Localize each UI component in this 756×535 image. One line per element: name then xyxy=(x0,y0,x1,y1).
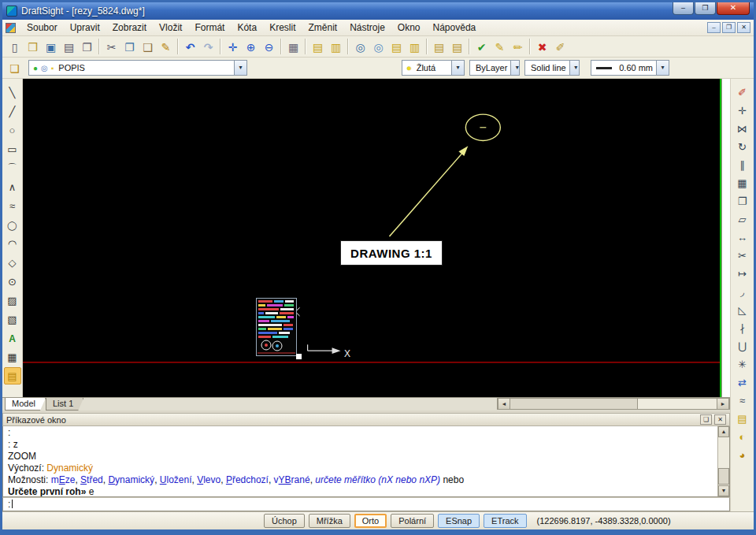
erase-tool[interactable]: ✐ xyxy=(734,84,751,101)
chevron-down-icon[interactable]: ▾ xyxy=(510,61,520,75)
edit-polyline-tool[interactable]: ≈ xyxy=(734,392,751,409)
menu-kota[interactable]: Kóta xyxy=(231,20,263,35)
snap-settings-icon[interactable]: ▦ xyxy=(284,38,302,55)
format-painter-icon[interactable]: ✎ xyxy=(157,38,175,55)
status-orto[interactable]: Orto xyxy=(354,514,387,528)
chevron-down-icon[interactable]: ▾ xyxy=(234,61,246,75)
sheet-icon[interactable]: ▤ xyxy=(430,38,448,55)
canvas-scroll-strip[interactable] xyxy=(721,79,730,397)
redo-icon[interactable]: ↷ xyxy=(199,38,217,55)
status-etrack[interactable]: ETrack xyxy=(484,514,526,528)
arc-tool[interactable]: ⌒ xyxy=(4,159,21,176)
cut-icon[interactable]: ✂ xyxy=(102,38,120,55)
scroll-right-icon[interactable]: ► xyxy=(717,399,729,409)
menu-soubor[interactable]: Soubor xyxy=(20,20,64,35)
clean-screen-icon[interactable]: ✐ xyxy=(551,38,569,55)
scale-tool[interactable]: ▱ xyxy=(734,210,751,228)
hscroll-track[interactable] xyxy=(510,399,717,409)
open-icon[interactable]: ❒ xyxy=(24,38,42,55)
delete-tool-icon[interactable]: ✖ xyxy=(533,38,551,55)
status-polarni[interactable]: Polární xyxy=(391,514,434,528)
child-minimize-button[interactable]: – xyxy=(707,22,721,33)
menu-zmenit[interactable]: Změnit xyxy=(302,20,343,35)
vertical-scrollbar[interactable]: ▲ ▼ xyxy=(717,426,729,496)
hscroll-thumb[interactable] xyxy=(510,399,638,409)
menu-napoveda[interactable]: Nápověda xyxy=(427,20,483,35)
region-tool[interactable]: ▧ xyxy=(4,310,21,328)
tab-list1[interactable]: List 1 xyxy=(46,398,83,411)
purge-icon[interactable]: ◕ xyxy=(734,446,751,463)
link-frame-icon[interactable]: ◎ xyxy=(369,38,387,55)
pattern-tool[interactable]: ▦ xyxy=(734,174,751,191)
chevron-down-icon[interactable]: ▾ xyxy=(656,61,669,75)
vscroll-thumb[interactable] xyxy=(718,468,729,485)
close-icon[interactable]: ✕ xyxy=(714,414,726,425)
save-icon[interactable]: ▣ xyxy=(42,38,60,55)
trim-tool[interactable]: ✂ xyxy=(734,247,751,264)
layers-manager-icon[interactable]: ▤ xyxy=(309,38,327,55)
chamfer-tool[interactable]: ◺ xyxy=(734,301,751,318)
menu-nastroje[interactable]: Nástroje xyxy=(343,20,391,35)
layer-sheet-icon[interactable]: ▤ xyxy=(734,410,751,427)
copy-entity-tool[interactable]: ❐ xyxy=(734,192,751,210)
brightness-icon[interactable]: ◐ xyxy=(734,428,751,445)
menu-zobrazit[interactable]: Zobrazit xyxy=(106,20,153,35)
child-close-button[interactable]: ✕ xyxy=(737,22,750,33)
hatch-tool[interactable]: ▨ xyxy=(4,292,21,309)
linestyle-combo[interactable]: ByLayer ▾ xyxy=(469,60,520,76)
layer-preview-icon[interactable]: ▥ xyxy=(327,38,345,55)
pan-icon[interactable]: ✛ xyxy=(224,38,242,55)
construction-line-tool[interactable]: ╱ xyxy=(4,102,21,120)
annotate-icon[interactable]: ✏ xyxy=(509,38,527,55)
stretch-tool[interactable]: ↔ xyxy=(734,228,751,246)
edit-standards-icon[interactable]: ✎ xyxy=(491,38,509,55)
float-icon[interactable]: ❏ xyxy=(700,414,712,425)
rotate-tool[interactable]: ↻ xyxy=(734,138,751,155)
paste-icon[interactable]: ❑ xyxy=(139,38,157,55)
link-icon[interactable]: ◎ xyxy=(351,38,369,55)
check-standards-icon[interactable]: ✔ xyxy=(472,38,491,55)
status-mrizka[interactable]: Mřížka xyxy=(309,514,350,528)
chevron-down-icon[interactable]: ▾ xyxy=(569,61,580,75)
menu-upravit[interactable]: Upravit xyxy=(64,20,106,35)
color-combo[interactable]: ● Žlutá ▾ xyxy=(402,60,465,76)
explode-tool[interactable]: ✳ xyxy=(734,355,751,373)
point-tool[interactable]: ⊙ xyxy=(4,273,21,290)
table-tool[interactable]: ▦ xyxy=(4,348,21,366)
menu-kreslit[interactable]: Kreslit xyxy=(263,20,302,35)
layer-combo[interactable]: ● ◎ ▪ POPIS ▾ xyxy=(28,60,247,76)
scroll-up-icon[interactable]: ▲ xyxy=(718,426,729,437)
status-uchop[interactable]: Úchop xyxy=(264,514,305,528)
drawing-canvas[interactable]: DRAWING 1:1 X xyxy=(23,79,721,397)
menu-format[interactable]: Formát xyxy=(188,20,231,35)
rectangle-tool[interactable]: ▭ xyxy=(4,140,21,158)
layer-states-icon[interactable]: ▤ xyxy=(387,38,406,55)
maximize-button[interactable]: ❐ xyxy=(695,2,716,15)
linetype-combo[interactable]: Solid line ▾ xyxy=(524,60,580,76)
polyline-tool[interactable]: ∧ xyxy=(4,178,21,195)
menu-vlozit[interactable]: Vložit xyxy=(153,20,188,35)
extend-tool[interactable]: ↦ xyxy=(734,265,751,282)
note-tool[interactable]: ▤ xyxy=(4,367,21,385)
zoom-dynamic-icon[interactable]: ⊕ xyxy=(242,38,260,55)
copy-icon[interactable]: ❐ xyxy=(120,38,139,55)
vscroll-track[interactable] xyxy=(718,437,729,485)
close-button[interactable]: ✕ xyxy=(717,2,750,15)
scroll-down-icon[interactable]: ▼ xyxy=(718,485,729,496)
ellipse-arc-tool[interactable]: ◠ xyxy=(4,235,21,252)
menu-okno[interactable]: Okno xyxy=(391,20,427,35)
move-tool[interactable]: ✛ xyxy=(734,102,751,119)
sheet-set-icon[interactable]: ▤ xyxy=(448,38,466,55)
minimize-button[interactable]: – xyxy=(673,2,694,15)
spline-tool[interactable]: ≈ xyxy=(4,197,21,214)
chevron-down-icon[interactable]: ▾ xyxy=(451,61,464,75)
line-tool[interactable]: ╲ xyxy=(4,84,21,101)
text-tool[interactable]: A xyxy=(4,329,21,347)
layers-toolbar-icon[interactable]: ❏ xyxy=(6,59,24,76)
layer-tools-icon[interactable]: ▥ xyxy=(406,38,424,55)
child-restore-button[interactable]: ❐ xyxy=(722,22,736,33)
status-esnap[interactable]: ESnap xyxy=(438,514,480,528)
swap-arrows-icon[interactable]: ⇄ xyxy=(734,373,751,391)
fillet-tool[interactable]: ◞ xyxy=(734,283,751,300)
tab-model[interactable]: Model xyxy=(5,398,46,411)
